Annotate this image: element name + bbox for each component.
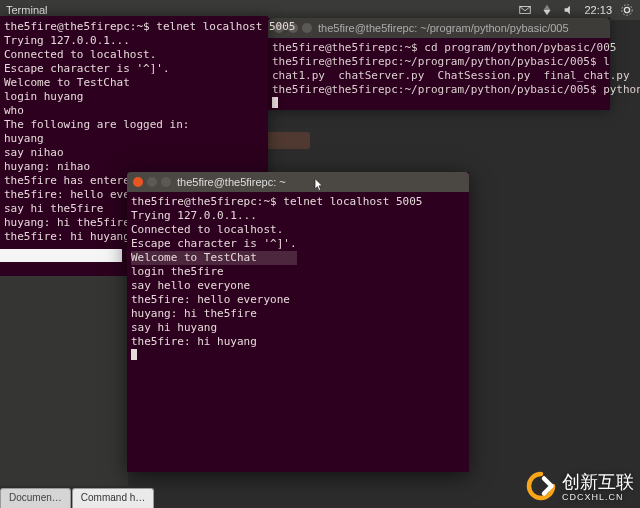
terminal-line: Escape character is '^]'.: [4, 62, 264, 76]
maximize-icon[interactable]: [302, 23, 312, 33]
terminal-line: Connected to localhost.: [4, 48, 264, 62]
svg-point-1: [624, 7, 629, 12]
terminal-line: Escape character is '^]'.: [131, 237, 465, 251]
terminal-line: Trying 127.0.0.1...: [4, 34, 264, 48]
cursor-block: [131, 349, 137, 360]
window-title: the5fire@the5firepc: ~/program/python/py…: [318, 21, 569, 35]
terminal-titlebar[interactable]: the5fire@the5firepc: ~: [127, 172, 469, 192]
network-icon[interactable]: [540, 3, 554, 17]
terminal-line: chat1.py chatServer.py ChatSession.py fi…: [272, 69, 606, 83]
terminal-line: login huyang: [4, 90, 264, 104]
terminal-line: login the5fire: [131, 265, 465, 279]
terminal-window-right[interactable]: the5fire@the5firepc: ~/program/python/py…: [268, 18, 610, 110]
text-input-highlight[interactable]: [0, 249, 122, 262]
tab-command-history[interactable]: Command h…: [72, 488, 154, 508]
watermark: 创新互联 CDCXHL.CN: [526, 470, 634, 502]
terminal-output[interactable]: the5fire@the5firepc:~$ telnet localhost …: [127, 192, 469, 366]
gear-icon[interactable]: [620, 3, 634, 17]
watermark-subtext: CDCXHL.CN: [562, 492, 634, 502]
terminal-line: Trying 127.0.0.1...: [131, 209, 465, 223]
terminal-line: say nihao: [4, 146, 264, 160]
menu-app-title: Terminal: [6, 4, 48, 16]
terminal-line: say hi huyang: [131, 321, 465, 335]
terminal-line: Welcome to TestChat: [4, 76, 264, 90]
terminal-line: the5fire: hello everyone: [131, 293, 465, 307]
bottom-tab-bar: Documen… Command h…: [0, 488, 155, 508]
clock[interactable]: 22:13: [584, 4, 612, 16]
watermark-text: 创新互联: [562, 472, 634, 492]
window-buttons[interactable]: [133, 177, 171, 187]
tab-document[interactable]: Documen…: [0, 488, 71, 508]
svg-point-2: [622, 5, 633, 16]
terminal-titlebar[interactable]: the5fire@the5firepc: ~/program/python/py…: [268, 18, 610, 38]
close-icon[interactable]: [133, 177, 143, 187]
terminal-line: say hello everyone: [131, 279, 465, 293]
terminal-line: the5fire: hi huyang: [131, 335, 465, 349]
terminal-window-floating[interactable]: the5fire@the5firepc: ~ the5fire@the5fire…: [127, 172, 469, 472]
terminal-output[interactable]: the5fire@the5firepc:~$ cd program/python…: [268, 38, 610, 114]
terminal-line: the5fire@the5firepc:~/program/python/pyb…: [272, 55, 606, 69]
terminal-line: the5fire@the5firepc:~$ cd program/python…: [272, 41, 606, 55]
minimize-icon[interactable]: [147, 177, 157, 187]
cursor-block: [272, 97, 278, 108]
terminal-line: huyang: [4, 132, 264, 146]
terminal-line: the5fire@the5firepc:~$ telnet localhost …: [131, 195, 465, 209]
terminal-line: Connected to localhost.: [131, 223, 465, 237]
terminal-line: the5fire@the5firepc:~$ telnet localhost …: [4, 20, 264, 34]
terminal-line: who: [4, 104, 264, 118]
terminal-line: Welcome to TestChat: [131, 251, 297, 265]
terminal-line: The following are logged in:: [4, 118, 264, 132]
maximize-icon[interactable]: [161, 177, 171, 187]
terminal-line: the5fire@the5firepc:~/program/python/pyb…: [272, 83, 606, 97]
mail-icon[interactable]: [518, 3, 532, 17]
watermark-logo-icon: [526, 471, 556, 501]
terminal-line: huyang: hi the5fire: [131, 307, 465, 321]
window-title: the5fire@the5firepc: ~: [177, 175, 286, 189]
audio-icon[interactable]: [562, 3, 576, 17]
background-panel: [0, 276, 128, 486]
